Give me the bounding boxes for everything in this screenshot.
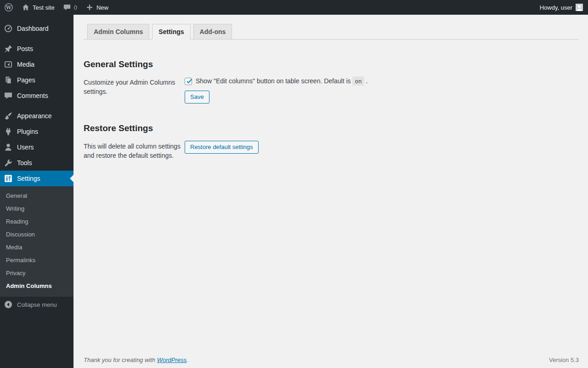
svg-text:W: W — [6, 5, 11, 10]
edit-columns-option: Show "Edit columns" button on table scre… — [185, 77, 579, 86]
restore-default-settings-button[interactable]: Restore default settings — [185, 141, 259, 154]
dashboard-icon — [4, 24, 13, 33]
plus-icon — [85, 3, 94, 12]
admin-sidebar: DashboardPostsMediaPagesCommentsAppearan… — [0, 15, 74, 368]
sliders-icon — [4, 174, 13, 183]
footer-thanks-suffix: . — [187, 356, 188, 363]
sidebar-item-label: Users — [17, 144, 34, 151]
settings-submenu: GeneralWritingReadingDiscussionMediaPerm… — [0, 186, 74, 297]
sidebar-item-tools[interactable]: Tools — [0, 155, 74, 171]
sidebar-item-label: Tools — [17, 159, 32, 167]
submenu-item-discussion[interactable]: Discussion — [0, 228, 74, 241]
sidebar-menu: DashboardPostsMediaPagesCommentsAppearan… — [0, 15, 74, 186]
sidebar-item-label: Comments — [17, 92, 48, 99]
admin-bar-left: W Test site 0 New — [0, 0, 113, 15]
checkbox-text-after: . — [366, 77, 368, 85]
tab-settings[interactable]: Settings — [152, 24, 190, 40]
footer-thanks-prefix: Thank you for creating with — [84, 356, 157, 363]
pushpin-icon — [4, 44, 13, 53]
wrench-icon — [4, 158, 13, 167]
comment-count-badge: 0 — [74, 4, 77, 11]
footer: Thank you for creating with WordPress. V… — [84, 356, 579, 363]
sidebar-item-posts[interactable]: Posts — [0, 41, 74, 57]
sidebar-item-users[interactable]: Users — [0, 139, 74, 155]
footer-thanks: Thank you for creating with WordPress. — [84, 356, 188, 363]
general-settings-heading: General Settings — [84, 59, 579, 69]
pages-icon — [4, 75, 13, 85]
restore-settings-description: This will delete all column settings and… — [84, 141, 185, 161]
collapse-arrow-icon — [4, 300, 13, 309]
sidebar-item-label: Appearance — [17, 112, 52, 120]
comment-bubble-icon — [4, 91, 13, 100]
general-settings-description: Customize your Admin Columns settings. — [84, 77, 185, 97]
submenu-item-privacy[interactable]: Privacy — [0, 267, 74, 280]
sidebar-item-dashboard[interactable]: Dashboard — [0, 21, 74, 36]
settings-panel: General Settings Customize your Admin Co… — [74, 59, 588, 160]
sidebar-item-label: Pages — [17, 76, 35, 84]
submenu-item-permalinks[interactable]: Permalinks — [0, 254, 74, 267]
media-icon — [4, 60, 13, 69]
howdy-label: Howdy, user — [540, 4, 572, 11]
person-icon — [4, 143, 13, 152]
home-icon — [22, 3, 30, 12]
sidebar-item-label: Media — [17, 61, 34, 68]
save-button[interactable]: Save — [185, 91, 209, 104]
edit-columns-checkbox[interactable] — [185, 78, 192, 85]
sidebar-item-label: Dashboard — [17, 25, 49, 32]
collapse-menu-button[interactable]: Collapse menu — [0, 297, 74, 312]
submenu-item-admin-columns[interactable]: Admin Columns — [0, 280, 74, 293]
collapse-menu-label: Collapse menu — [17, 301, 57, 308]
tab-bar: Admin ColumnsSettingsAdd-ons — [84, 24, 579, 40]
paintbrush-icon — [4, 111, 13, 121]
submenu-item-reading[interactable]: Reading — [0, 215, 74, 228]
sidebar-item-label: Settings — [17, 175, 40, 182]
sidebar-item-settings[interactable]: Settings — [0, 171, 74, 186]
my-account-menu[interactable]: Howdy, user — [535, 0, 588, 15]
site-name-menu[interactable]: Test site — [17, 0, 59, 15]
checkbox-text-before: Show "Edit columns" button on table scre… — [196, 77, 351, 85]
submenu-item-writing[interactable]: Writing — [0, 202, 74, 215]
plugin-icon — [4, 127, 13, 136]
restore-settings-field: Restore default settings — [185, 141, 579, 154]
sidebar-item-media[interactable]: Media — [0, 57, 74, 72]
default-value-chip: on — [352, 76, 364, 86]
sidebar-item-label: Posts — [17, 45, 33, 52]
comment-bubble-icon — [63, 3, 71, 12]
new-content-menu[interactable]: New — [81, 0, 113, 15]
main-content: Admin ColumnsSettingsAdd-ons General Set… — [74, 15, 588, 368]
wordpress-logo-icon: W — [4, 3, 13, 12]
admin-bar: W Test site 0 New Howdy, user — [0, 0, 588, 15]
sidebar-item-label: Plugins — [17, 128, 38, 135]
tab-admin-columns[interactable]: Admin Columns — [87, 24, 149, 40]
sidebar-item-pages[interactable]: Pages — [0, 72, 74, 88]
restore-settings-heading: Restore Settings — [84, 123, 579, 133]
menu-separator — [0, 104, 74, 108]
restore-settings-row: This will delete all column settings and… — [84, 141, 579, 161]
user-avatar-icon — [576, 4, 583, 11]
edit-columns-checkbox-label[interactable]: Show "Edit columns" button on table scre… — [196, 77, 368, 86]
new-label: New — [96, 4, 108, 11]
wordpress-link[interactable]: WordPress — [157, 356, 187, 363]
general-settings-field: Show "Edit columns" button on table scre… — [185, 77, 579, 104]
general-settings-row: Customize your Admin Columns settings. S… — [84, 77, 579, 104]
sidebar-item-plugins[interactable]: Plugins — [0, 124, 74, 139]
sidebar-item-comments[interactable]: Comments — [0, 88, 74, 104]
footer-version: Version 5.3 — [549, 356, 579, 363]
submenu-item-general[interactable]: General — [0, 190, 74, 202]
sidebar-item-appearance[interactable]: Appearance — [0, 108, 74, 124]
site-name-label: Test site — [33, 4, 55, 11]
comments-menu[interactable]: 0 — [59, 0, 81, 15]
wordpress-logo-menu[interactable]: W — [0, 0, 17, 15]
submenu-item-media[interactable]: Media — [0, 241, 74, 254]
tab-add-ons[interactable]: Add-ons — [193, 24, 232, 40]
menu-separator — [0, 36, 74, 41]
